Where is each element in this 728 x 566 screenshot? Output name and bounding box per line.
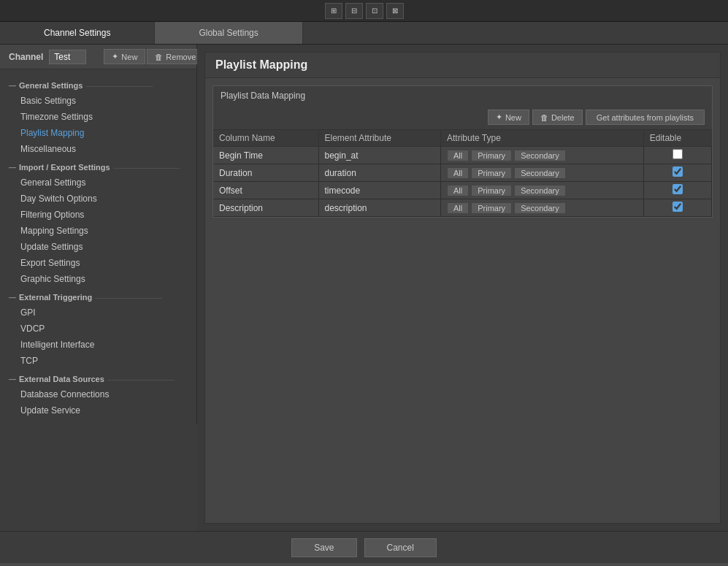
new-channel-button[interactable]: ✦ New	[104, 49, 145, 64]
type-button-secondary[interactable]: Secondary	[514, 202, 566, 214]
type-button-all[interactable]: All	[447, 150, 469, 161]
new-mapping-icon: ✦	[496, 112, 502, 122]
sidebar-item-gpi[interactable]: GPI	[0, 305, 196, 321]
cell-editable	[643, 199, 711, 217]
type-button-all[interactable]: All	[447, 167, 469, 179]
cell-attribute-type: AllPrimarySecondary	[441, 164, 644, 182]
cell-editable	[643, 182, 711, 199]
cell-column-name: Description	[213, 199, 318, 217]
delete-mapping-icon: 🗑	[540, 113, 548, 122]
type-button-all[interactable]: All	[447, 202, 469, 214]
sidebar: General Settings Basic Settings Timezone…	[0, 69, 197, 424]
get-attributes-button[interactable]: Get attributes from playlists	[586, 110, 705, 125]
top-toolbar: ⊞ ⊟ ⊡ ⊠	[0, 0, 728, 22]
table-row: DescriptiondescriptionAllPrimarySecondar…	[213, 199, 712, 217]
editable-checkbox[interactable]	[673, 184, 683, 194]
cell-column-name: Duration	[213, 164, 318, 182]
cell-element-attribute: timecode	[318, 182, 440, 199]
col-header-editable: Editable	[643, 130, 711, 147]
cell-attribute-type: AllPrimarySecondary	[441, 199, 644, 217]
type-button-primary[interactable]: Primary	[471, 167, 512, 179]
remove-label: Remove	[166, 53, 196, 61]
playlist-data-mapping-section: Playlist Data Mapping ✦ New 🗑 Delete Get…	[212, 85, 713, 218]
sidebar-item-export-settings[interactable]: Export Settings	[0, 255, 196, 271]
cell-attribute-type: AllPrimarySecondary	[441, 147, 644, 164]
toolbar-icon-2[interactable]: ⊟	[345, 3, 363, 19]
sidebar-section-external-data-sources: External Data Sources	[0, 369, 196, 386]
remove-icon: 🗑	[155, 53, 163, 61]
editable-checkbox[interactable]	[673, 167, 683, 177]
delete-mapping-button[interactable]: 🗑 Delete	[532, 110, 583, 125]
cell-element-attribute: description	[318, 199, 440, 217]
sidebar-item-update-service[interactable]: Update Service	[0, 402, 196, 418]
cell-column-name: Begin Time	[213, 147, 318, 164]
sidebar-item-graphic-settings[interactable]: Graphic Settings	[0, 271, 196, 287]
toolbar-icon-3[interactable]: ⊡	[366, 3, 383, 19]
playlist-section-title: Playlist Data Mapping	[213, 86, 712, 105]
new-label: New	[121, 53, 137, 61]
table-row: Begin Timebegin_atAllPrimarySecondary	[213, 147, 712, 164]
editable-checkbox[interactable]	[673, 149, 683, 159]
table-row: OffsettimecodeAllPrimarySecondary	[213, 182, 712, 199]
col-header-element-attribute: Element Attribute	[318, 130, 440, 147]
type-button-all[interactable]: All	[447, 185, 469, 196]
type-button-primary[interactable]: Primary	[471, 202, 512, 214]
sidebar-item-playlist-mapping[interactable]: Playlist Mapping	[0, 125, 196, 141]
cancel-button[interactable]: Cancel	[364, 538, 437, 557]
get-attributes-label: Get attributes from playlists	[597, 113, 694, 122]
sidebar-item-update-settings[interactable]: Update Settings	[0, 239, 196, 255]
type-button-primary[interactable]: Primary	[471, 185, 512, 196]
tab-bar: Channel Settings Global Settings	[0, 22, 728, 45]
sidebar-section-general: General Settings	[0, 75, 196, 93]
sidebar-item-intelligent-interface[interactable]: Intelligent Interface	[0, 337, 196, 353]
tab-global-settings[interactable]: Global Settings	[155, 22, 302, 44]
delete-mapping-label: Delete	[551, 113, 575, 122]
tab-channel-settings[interactable]: Channel Settings	[0, 22, 155, 44]
sidebar-item-timezone-settings[interactable]: Timezone Settings	[0, 109, 196, 125]
cell-attribute-type: AllPrimarySecondary	[441, 182, 644, 199]
type-button-primary[interactable]: Primary	[471, 150, 512, 161]
new-mapping-label: New	[505, 113, 521, 122]
channel-select[interactable]: Test	[49, 50, 86, 64]
bottom-bar: Save Cancel	[0, 531, 728, 563]
channel-label: Channel	[9, 52, 43, 62]
sidebar-item-basic-settings[interactable]: Basic Settings	[0, 93, 196, 109]
type-button-secondary[interactable]: Secondary	[514, 167, 566, 179]
content-title: Playlist Mapping	[205, 53, 720, 78]
type-button-secondary[interactable]: Secondary	[514, 150, 566, 161]
table-row: DurationdurationAllPrimarySecondary	[213, 164, 712, 182]
col-header-attribute-type: Attribute Type	[441, 130, 644, 147]
toolbar-icon-1[interactable]: ⊞	[325, 3, 342, 19]
type-button-secondary[interactable]: Secondary	[514, 185, 566, 196]
cell-editable	[643, 164, 711, 182]
toolbar-icon-4[interactable]: ⊠	[386, 3, 404, 19]
cell-element-attribute: duration	[318, 164, 440, 182]
playlist-toolbar: ✦ New 🗑 Delete Get attributes from playl…	[213, 105, 712, 130]
sidebar-item-filtering-options[interactable]: Filtering Options	[0, 207, 196, 223]
mapping-table: Column Name Element Attribute Attribute …	[213, 130, 712, 217]
save-button[interactable]: Save	[291, 538, 356, 557]
sidebar-item-day-switch-options[interactable]: Day Switch Options	[0, 191, 196, 207]
sidebar-item-database-connections[interactable]: Database Connections	[0, 386, 196, 402]
new-icon: ✦	[112, 52, 118, 61]
content-area: Playlist Mapping Playlist Data Mapping ✦…	[197, 45, 728, 531]
sidebar-item-vdcp[interactable]: VDCP	[0, 321, 196, 337]
sidebar-item-tcp[interactable]: TCP	[0, 353, 196, 369]
channel-bar: Channel Test ✦ New 🗑 Remove 📁 Import	[0, 45, 197, 69]
new-mapping-button[interactable]: ✦ New	[488, 110, 529, 125]
editable-checkbox[interactable]	[673, 202, 683, 212]
cell-column-name: Offset	[213, 182, 318, 199]
sidebar-item-miscellaneous[interactable]: Miscellaneous	[0, 141, 196, 157]
main-layout: Channel Test ✦ New 🗑 Remove 📁 Import	[0, 45, 728, 531]
content-inner: Playlist Mapping Playlist Data Mapping ✦…	[204, 52, 721, 524]
remove-channel-button[interactable]: 🗑 Remove	[147, 49, 204, 64]
sidebar-item-general-settings-ie[interactable]: General Settings	[0, 175, 196, 191]
sidebar-section-import-export: Import / Export Settings	[0, 157, 196, 175]
sidebar-item-mapping-settings[interactable]: Mapping Settings	[0, 223, 196, 239]
sidebar-section-external-triggering: External Triggering	[0, 287, 196, 305]
cell-element-attribute: begin_at	[318, 147, 440, 164]
sidebar-wrapper: Channel Test ✦ New 🗑 Remove 📁 Import	[0, 45, 197, 531]
cell-editable	[643, 147, 711, 164]
col-header-column-name: Column Name	[213, 130, 318, 147]
